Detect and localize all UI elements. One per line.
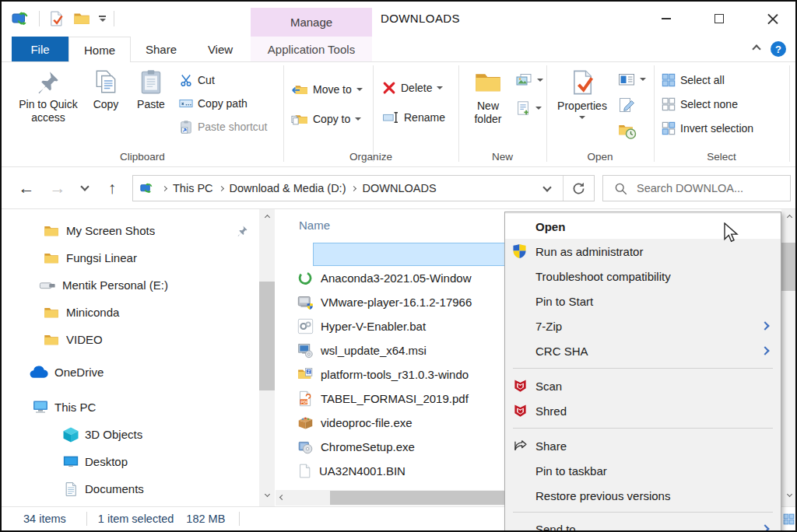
- scroll-down-icon[interactable]: [781, 494, 797, 496]
- file-list-scrollbar[interactable]: [781, 209, 797, 506]
- recent-locations-dropdown[interactable]: [76, 167, 93, 209]
- mouse-cursor: [724, 222, 743, 246]
- new-folder-icon: [473, 68, 503, 96]
- menu-item-troubleshoot-compatibility[interactable]: Troubleshoot compatibility: [505, 264, 781, 289]
- new-folder-button[interactable]: Newfolder: [464, 68, 512, 126]
- copy-to-button[interactable]: Copy to: [291, 110, 361, 128]
- search-input[interactable]: [637, 182, 781, 194]
- breadcrumb-this-pc[interactable]: This PC: [167, 182, 219, 194]
- sidebar-item-miniconda[interactable]: Miniconda: [2, 299, 259, 326]
- menu-item-7zip[interactable]: 7-Zip: [505, 313, 781, 338]
- paste-icon: [138, 68, 164, 95]
- menu-item-pin-to-taskbar[interactable]: Pin to taskbar: [505, 458, 781, 483]
- mcafee-shield-icon: [513, 379, 528, 394]
- close-button[interactable]: [752, 2, 792, 36]
- back-button[interactable]: ←: [14, 167, 39, 209]
- paste-shortcut-button[interactable]: Paste shortcut: [179, 120, 268, 134]
- select-none-button[interactable]: Select none: [662, 97, 738, 111]
- computer-icon: [31, 398, 50, 417]
- sidebar-item-my-screen-shots[interactable]: My Screen Shots: [2, 217, 259, 244]
- menu-label: Scan: [535, 380, 562, 393]
- delete-button[interactable]: Delete: [382, 81, 443, 95]
- copy-path-button[interactable]: Copy path: [179, 96, 248, 110]
- select-group-label: Select: [654, 151, 789, 163]
- dropdown-caret: [356, 88, 363, 91]
- customize-toolbar-dropdown[interactable]: [99, 16, 106, 22]
- scroll-down-icon[interactable]: [259, 494, 275, 496]
- tab-application-tools[interactable]: Application Tools: [251, 37, 372, 61]
- easy-access-items-button[interactable]: [515, 73, 543, 87]
- selected-size: 182 MB: [186, 513, 225, 525]
- sidebar-item-this-pc[interactable]: This PC: [2, 394, 259, 421]
- copy-button[interactable]: Copy: [84, 68, 128, 111]
- sidebar-item-label: This PC: [54, 401, 96, 414]
- tab-manage[interactable]: Manage: [251, 8, 372, 37]
- breadcrumb-drive[interactable]: Download & Media (D:): [223, 182, 353, 194]
- easy-access-button[interactable]: [515, 100, 542, 117]
- address-dropdown-icon[interactable]: [542, 183, 551, 191]
- scroll-up-icon[interactable]: [259, 215, 275, 219]
- tab-share[interactable]: Share: [134, 37, 188, 61]
- search-box[interactable]: [602, 175, 791, 201]
- menu-item-crc-sha[interactable]: CRC SHA: [505, 338, 781, 363]
- thumbnail-view-button[interactable]: [783, 513, 795, 525]
- up-button[interactable]: ↑: [100, 167, 125, 209]
- move-to-button[interactable]: Move to: [291, 81, 363, 98]
- help-icon[interactable]: ?: [771, 41, 786, 57]
- file-list-scrollbar-thumb[interactable]: [781, 243, 797, 291]
- sidebar-item-desktop[interactable]: Desktop: [2, 448, 259, 475]
- menu-label: Share: [535, 439, 567, 453]
- sidebar-item-onedrive[interactable]: OneDrive: [2, 359, 259, 386]
- sidebar-item-documents[interactable]: Documents: [2, 475, 259, 502]
- menu-item-restore-previous-versions[interactable]: Restore previous versions: [505, 483, 781, 508]
- menu-label: Pin to Start: [535, 295, 593, 308]
- menu-item-pin-to-start[interactable]: Pin to Start: [505, 289, 781, 313]
- history-button[interactable]: [618, 121, 637, 140]
- scroll-up-icon[interactable]: [781, 215, 797, 219]
- collapse-ribbon-icon[interactable]: [752, 44, 760, 53]
- tab-view[interactable]: View: [193, 37, 248, 61]
- file-name: wsl_update_x64.msi: [321, 344, 427, 357]
- select-all-button[interactable]: Select all: [662, 73, 725, 87]
- tab-file[interactable]: File: [12, 37, 68, 61]
- sidebar-item-3d-objects[interactable]: 3D Objects: [2, 421, 259, 448]
- menu-item-share[interactable]: Share: [505, 433, 781, 458]
- new-folder-quick-icon[interactable]: [72, 10, 91, 27]
- context-menu: Open Run as administrator Troubleshoot c…: [504, 212, 781, 532]
- cloud-icon: [28, 365, 50, 380]
- tab-apptools-label: Application Tools: [268, 43, 355, 56]
- maximize-button[interactable]: [699, 2, 739, 36]
- minimize-button[interactable]: [646, 2, 686, 36]
- dropdown-caret: [437, 86, 443, 89]
- copy-icon: [93, 68, 119, 95]
- submenu-arrow-icon: [760, 321, 769, 330]
- menu-item-send-to[interactable]: Send to: [505, 516, 781, 532]
- forward-button[interactable]: →: [45, 167, 70, 209]
- menu-item-scan[interactable]: Scan: [505, 373, 781, 398]
- paste-button[interactable]: Paste: [129, 68, 173, 111]
- select-none-icon: [662, 97, 676, 111]
- pin-icon[interactable]: [237, 225, 248, 236]
- pin-to-quick-access-button[interactable]: Pin to Quickaccess: [12, 68, 84, 124]
- cut-button[interactable]: Cut: [179, 73, 215, 87]
- sidebar-scrollbar-thumb[interactable]: [259, 282, 275, 390]
- clipboard-group-label: Clipboard: [2, 151, 283, 163]
- scroll-left-icon[interactable]: [279, 495, 285, 500]
- properties-quick-icon[interactable]: [47, 9, 65, 28]
- sidebar-item-fungsi-linear[interactable]: Fungsi Linear: [2, 244, 259, 271]
- sidebar-item-video[interactable]: VIDEO: [2, 326, 259, 353]
- open-item-button[interactable]: [618, 72, 646, 87]
- menu-item-shred[interactable]: Shred: [505, 398, 781, 423]
- breadcrumb-folder[interactable]: DOWNLOADS: [356, 182, 442, 194]
- easy-access-icon: [515, 100, 531, 117]
- sidebar-scrollbar[interactable]: [259, 209, 275, 506]
- refresh-icon[interactable]: [571, 181, 586, 196]
- name-column-header[interactable]: Name: [299, 219, 330, 232]
- address-box[interactable]: This PC Download & Media (D:) DOWNLOADS: [132, 175, 595, 201]
- properties-button[interactable]: Properties: [553, 68, 612, 119]
- rename-button[interactable]: Rename: [382, 110, 445, 124]
- invert-selection-button[interactable]: Invert selection: [662, 121, 753, 135]
- tab-home[interactable]: Home: [68, 37, 131, 62]
- edit-button[interactable]: [618, 96, 635, 114]
- sidebar-item-mentik-personal[interactable]: Mentik Personal (E:): [2, 271, 259, 299]
